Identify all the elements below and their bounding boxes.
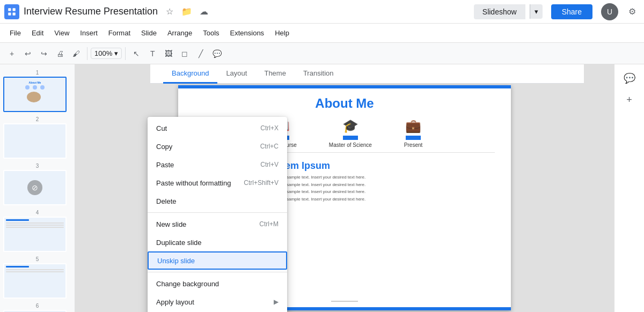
menu-slide[interactable]: Slide [136,27,162,39]
slide-thumb-inner-6 [3,310,67,312]
ctx-apply-layout-arrow: ▶ [274,298,279,306]
slide-thumb-4[interactable]: 4 [2,209,72,253]
profile-avatar[interactable]: U [601,3,618,20]
paint-format-button[interactable]: 🖌 [69,46,84,61]
star-button[interactable]: ☆ [162,4,177,19]
slide-thumb-inner-2 [3,123,67,159]
ctx-paste-shortcut: Ctrl+V [260,161,279,168]
slideshow-button[interactable]: Slideshow [474,4,525,19]
ctx-apply-layout-label: Apply layout [156,298,269,306]
menu-file[interactable]: File [4,27,26,39]
menu-view[interactable]: View [49,27,75,39]
slide-number-2: 2 [3,116,71,122]
ctx-change-background-label: Change background [156,280,279,288]
ctx-separator-2 [148,272,287,272]
slide-thumb-2[interactable]: 2 [2,115,72,160]
svg-rect-0 [8,8,11,11]
right-panel: 💬 + [614,64,644,312]
slide-icon-label-3: Present [404,142,422,148]
slide-number-4: 4 [3,210,71,216]
slide-thumb-6[interactable]: 6 [2,302,72,312]
ctx-duplicate-slide[interactable]: Duplicate slide [148,233,287,251]
main-layout: 1 About Me [0,64,644,312]
slide-icon-item-2: 🎓 Master of Science [329,118,372,148]
ctx-delete-label: Delete [156,197,279,205]
svg-rect-3 [13,12,16,15]
ctx-paste-no-format-shortcut: Ctrl+Shift+V [244,179,279,187]
toolbar-separator-1 [87,47,87,60]
slide-lorem-text: This is a sample text. Insert your desir… [269,174,495,203]
ctx-paste[interactable]: Paste Ctrl+V [148,155,287,174]
slide-thumb-5[interactable]: 5 [2,255,72,300]
cursor-button[interactable]: ↖ [129,46,144,61]
ctx-copy-label: Copy [156,143,252,151]
ctx-cut-shortcut: Ctrl+X [260,124,279,132]
slide-thumb-1[interactable]: 1 About Me [2,69,72,113]
comment-toolbar-btn[interactable]: 💬 [209,46,224,61]
shape-button[interactable]: ◻ [177,46,192,61]
cloud-save-button[interactable]: ☁ [196,4,211,19]
slide-title: About Me [194,96,495,111]
menu-tools[interactable]: Tools [197,27,224,39]
menu-insert[interactable]: Insert [75,27,103,39]
redo-button[interactable]: ↪ [36,46,52,61]
move-to-button[interactable]: 📁 [179,4,194,19]
ctx-duplicate-slide-label: Duplicate slide [156,239,279,247]
ctx-new-slide-label: New slide [156,220,251,228]
tab-layout[interactable]: Layout [217,64,255,84]
expand-right-button[interactable]: + [620,90,639,109]
zoom-dropdown-icon: ▾ [114,49,118,57]
tab-transition[interactable]: Transition [295,64,342,84]
menu-edit[interactable]: Edit [26,27,49,39]
ctx-paste-no-format[interactable]: Paste without formatting Ctrl+Shift+V [148,174,287,192]
slide-thumb-3[interactable]: 3 ⊘ [2,162,72,206]
ctx-copy[interactable]: Copy Ctrl+C [148,137,287,155]
slide-thumb-inner-5 [3,263,67,299]
menu-format[interactable]: Format [103,27,136,39]
image-button[interactable]: 🖼 [161,46,176,61]
ctx-apply-layout[interactable]: Apply layout ▶ [148,293,287,311]
tab-theme[interactable]: Theme [255,64,294,84]
ctx-paste-no-format-label: Paste without formatting [156,179,235,187]
context-menu: Cut Ctrl+X Copy Ctrl+C Paste Ctrl+V Past… [148,117,287,312]
app-logo [4,4,19,19]
print-button[interactable]: 🖨 [53,46,68,61]
share-button[interactable]: Share [551,4,592,19]
slide-icon-item-3: 💼 Present [404,118,422,148]
ctx-unskip-slide[interactable]: Unskip slide [148,251,287,270]
new-slide-toolbar-btn[interactable]: + [4,46,19,61]
svg-rect-2 [8,12,11,15]
toolbar: + ↩ ↪ 🖨 🖌 100% ▾ ↖ T 🖼 ◻ ╱ 💬 [0,43,644,64]
ctx-cut[interactable]: Cut Ctrl+X [148,119,287,137]
tab-background[interactable]: Background [163,64,217,84]
ctx-unskip-slide-label: Unskip slide [157,257,277,265]
slide-thumb-inner-1: About Me [3,77,67,112]
slide-number-6: 6 [3,303,71,309]
zoom-level: 100% [94,49,112,57]
slideshow-dropdown-button[interactable]: ▾ [530,4,543,19]
slide-thumb-inner-3: ⊘ [3,170,67,205]
zoom-control[interactable]: 100% ▾ [91,48,122,59]
add-comment-button[interactable]: 💬 [620,69,639,88]
menu-arrange[interactable]: Arrange [162,27,197,39]
title-icons: ☆ 📁 ☁ [162,4,211,19]
text-button[interactable]: T [145,46,160,61]
settings-button[interactable]: ⚙ [625,4,640,19]
profile-initial: U [607,8,612,16]
ctx-copy-shortcut: Ctrl+C [260,143,279,150]
svg-rect-1 [13,8,16,11]
ctx-delete[interactable]: Delete [148,192,287,210]
ctx-new-slide[interactable]: New slide Ctrl+M [148,215,287,233]
presentation-tabs: Background Layout Theme Transition [150,64,584,84]
ctx-change-background[interactable]: Change background [148,274,287,293]
slide-number-1: 1 [3,70,71,76]
menu-extensions[interactable]: Extensions [225,27,270,39]
menu-help[interactable]: Help [269,27,295,39]
slide-number-3: 3 [3,163,71,169]
ctx-separator-1 [148,212,287,213]
undo-button[interactable]: ↩ [20,46,35,61]
top-bar: Interview Resume Presentation ☆ 📁 ☁ Slid… [0,0,644,24]
line-button[interactable]: ╱ [193,46,208,61]
slide-lorem-title: Lorem Ipsum [269,160,495,172]
ctx-paste-label: Paste [156,161,252,169]
